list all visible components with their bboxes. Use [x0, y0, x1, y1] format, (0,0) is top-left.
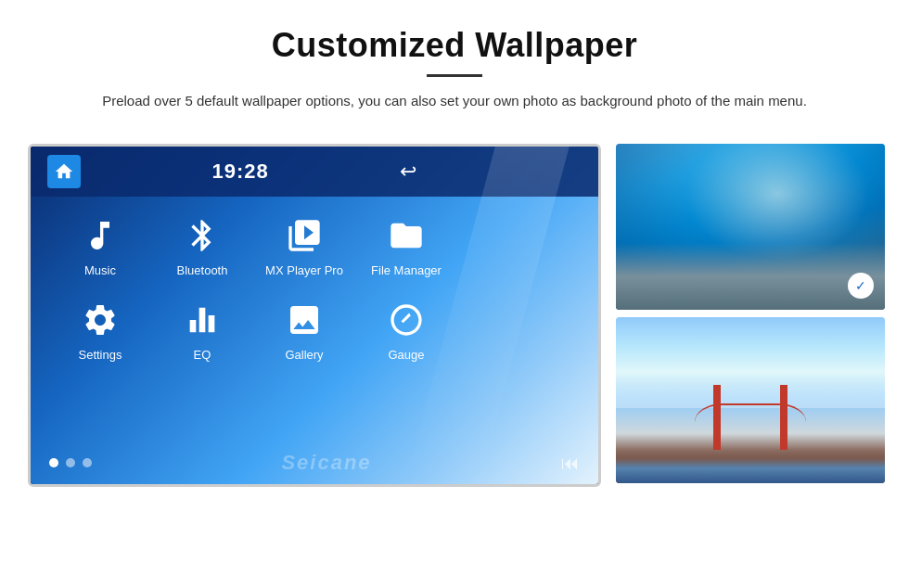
- music-label: Music: [84, 263, 116, 277]
- settings-label: Settings: [79, 348, 122, 362]
- page-header: Customized Wallpaper Preload over 5 defa…: [0, 0, 909, 127]
- bridge-towers: [695, 376, 806, 450]
- ice-cave-bg: [616, 144, 885, 310]
- apps-row-2: Settings EQ Gallery: [31, 290, 598, 369]
- home-icon: [54, 161, 74, 182]
- apps-row-1: Music Bluetooth MX Player Pro: [31, 206, 598, 285]
- music-icon: [78, 213, 122, 258]
- car-screen: 19:28 ↩ Music: [31, 147, 598, 484]
- dot-1[interactable]: [49, 458, 58, 467]
- main-content: 19:28 ↩ Music: [0, 127, 909, 487]
- gallery-label: Gallery: [285, 348, 323, 362]
- app-settings[interactable]: Settings: [49, 290, 151, 369]
- bridge-bg: [616, 317, 885, 483]
- car-screen-wrapper: 19:28 ↩ Music: [28, 144, 601, 487]
- file-manager-label: File Manager: [371, 263, 442, 277]
- bluetooth-icon: [180, 213, 224, 258]
- dot-2[interactable]: [66, 458, 75, 467]
- bluetooth-label: Bluetooth: [177, 263, 228, 277]
- top-bar: 19:28 ↩: [31, 147, 598, 197]
- page-description: Preload over 5 default wallpaper options…: [56, 90, 853, 112]
- app-gallery[interactable]: Gallery: [253, 290, 355, 369]
- back-button[interactable]: ↩: [400, 160, 416, 184]
- gauge-icon: [384, 298, 429, 342]
- settings-icon: [78, 298, 122, 342]
- gallery-icon: [282, 298, 326, 342]
- title-divider: [427, 74, 482, 77]
- wallpaper-previews: ✓: [616, 144, 885, 483]
- skip-back-button[interactable]: ⏮: [561, 453, 580, 474]
- folder-icon: [384, 213, 429, 258]
- wallpaper-ice-cave[interactable]: ✓: [616, 144, 885, 310]
- app-gauge[interactable]: Gauge: [355, 290, 457, 369]
- dot-3[interactable]: [83, 458, 92, 467]
- bridge-cable-right: [750, 403, 806, 441]
- gauge-label: Gauge: [388, 348, 424, 362]
- eq-label: EQ: [194, 348, 211, 362]
- notification-badge: ✓: [848, 273, 874, 299]
- eq-icon: [180, 298, 224, 342]
- watermark: Seicane: [92, 451, 561, 475]
- apps-area: Music Bluetooth MX Player Pro: [31, 197, 598, 445]
- app-mx-player[interactable]: MX Player Pro: [253, 206, 355, 285]
- page-dots: [49, 458, 92, 467]
- wallpaper-bridge[interactable]: [616, 317, 885, 483]
- home-button[interactable]: [47, 155, 81, 188]
- time-display: 19:28: [212, 160, 269, 184]
- app-music[interactable]: Music: [49, 206, 151, 285]
- bottom-bar: Seicane ⏮: [31, 445, 598, 484]
- app-eq[interactable]: EQ: [151, 290, 253, 369]
- app-file-manager[interactable]: File Manager: [355, 206, 457, 285]
- video-player-icon: [282, 213, 326, 258]
- mx-player-label: MX Player Pro: [265, 263, 343, 277]
- water-layer: [616, 458, 885, 483]
- page-title: Customized Wallpaper: [56, 26, 853, 65]
- app-bluetooth[interactable]: Bluetooth: [151, 206, 253, 285]
- bridge-cable-left: [695, 403, 750, 441]
- ice-cave-rocks: [616, 243, 885, 310]
